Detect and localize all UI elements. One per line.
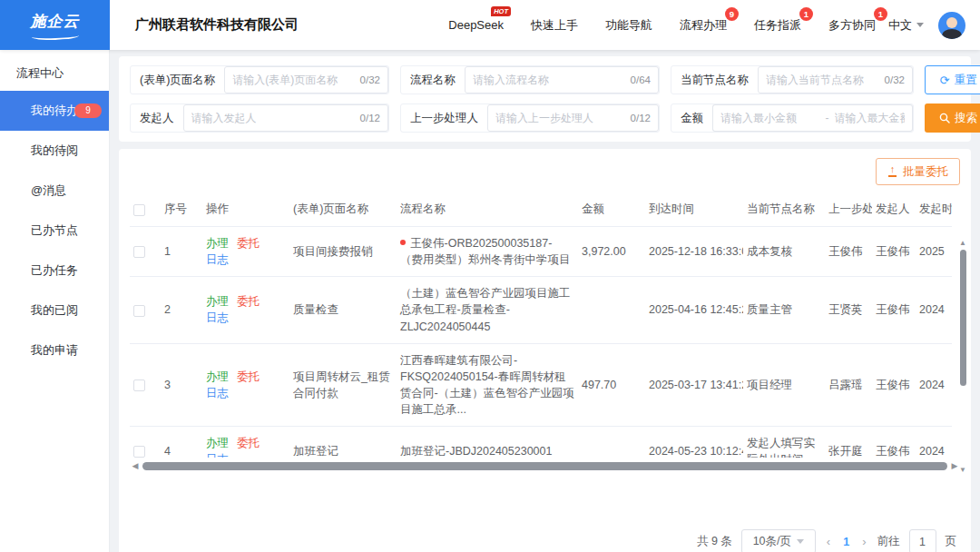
- page-name-input[interactable]: 请输入(表单)页面名称 0/32: [224, 66, 388, 94]
- row-prev-handler: 王贤英: [825, 277, 872, 343]
- flow-name-placeholder: 请输入流程名称: [473, 73, 625, 88]
- row-starter: 王俊伟: [872, 427, 916, 458]
- language-selector[interactable]: 中文: [888, 17, 924, 34]
- row-starter: 王俊伟: [872, 227, 916, 277]
- batch-delegate-button[interactable]: 批量委托: [876, 158, 960, 185]
- nav-item-multi-collab[interactable]: 多方协同1: [828, 17, 876, 34]
- column-header-0: 序号: [161, 192, 202, 227]
- sidebar-item-label: 已办任务: [31, 263, 78, 277]
- row-flow-name: 江西春晖建筑有限公司-FKSQ2024050154-春晖周转材租赁合同-（土建）…: [397, 343, 578, 427]
- notification-badge: 1: [799, 7, 813, 21]
- search-button-label: 搜索: [955, 111, 977, 126]
- node-name-input[interactable]: 请输入当前节点名称 0/32: [758, 66, 913, 94]
- column-header-7: 上一步处: [825, 192, 872, 227]
- sidebar-item-done-tasks[interactable]: 已办任务: [0, 251, 109, 291]
- pagination: 共 9 条 10条/页 ‹ 1 › 前往 1 页: [697, 529, 956, 552]
- nav-item-label: 多方协同: [828, 18, 876, 32]
- nav-item-quick-start[interactable]: 快速上手: [531, 17, 578, 34]
- row-select-cell: [130, 277, 161, 343]
- nav-item-task-assign[interactable]: 任务指派1: [754, 17, 801, 34]
- column-header-8: 发起人: [872, 192, 916, 227]
- page-size-value: 10条/页: [753, 534, 791, 549]
- amount-range-separator: -: [826, 112, 829, 124]
- row-start-time: 2024: [916, 427, 952, 458]
- row-amount: [578, 277, 645, 343]
- row-seq: 2: [161, 277, 202, 343]
- row-checkbox[interactable]: [133, 305, 145, 317]
- upload-icon: [887, 167, 897, 177]
- scroll-left-icon[interactable]: ◀: [130, 461, 141, 470]
- sidebar-item-my-read[interactable]: 我的已阅: [0, 291, 109, 330]
- row-checkbox[interactable]: [133, 246, 145, 258]
- row-arrive-time: 2024-05-23 10:12:46: [645, 427, 743, 458]
- delegate-link[interactable]: 委托: [237, 295, 260, 308]
- prev-handler-input[interactable]: 请输入上一步处理人 0/12: [487, 104, 659, 132]
- delegate-link[interactable]: 委托: [237, 437, 260, 449]
- handle-link[interactable]: 办理: [206, 370, 229, 383]
- sidebar-item-done-nodes[interactable]: 已办节点: [0, 211, 109, 251]
- row-flow-name: 加班登记-JBDJ202405230001: [397, 427, 578, 458]
- scroll-up-icon[interactable]: ▲: [958, 240, 967, 247]
- starter-input[interactable]: 请输入发起人 0/12: [183, 104, 389, 132]
- logo-swoosh-icon: [31, 32, 78, 41]
- log-link[interactable]: 日志: [206, 253, 229, 266]
- row-page-name: 加班登记: [289, 427, 397, 458]
- vertical-scroll-thumb[interactable]: [960, 250, 966, 386]
- delegate-link[interactable]: 委托: [237, 237, 260, 250]
- table-body: 1办理委托日志项目间接费报销王俊伟-ORB202500035187-（费用类型）…: [130, 227, 952, 458]
- avatar-body-icon: [942, 29, 962, 39]
- row-actions: 办理委托日志: [202, 427, 289, 458]
- row-prev-handler: 王俊伟: [825, 227, 872, 277]
- horizontal-scrollbar: ◀ ▶: [130, 459, 960, 472]
- amount-min-input[interactable]: 请输入最小金额: [712, 104, 813, 132]
- next-page-icon[interactable]: ›: [860, 535, 867, 548]
- handle-link[interactable]: 办理: [206, 437, 229, 449]
- log-link[interactable]: 日志: [206, 311, 229, 324]
- log-link[interactable]: 日志: [206, 453, 229, 458]
- flow-name-text: 王俊伟-ORB202500035187-（费用类型）郑州冬青街中学项目: [400, 237, 571, 266]
- sidebar-section-title: 流程中心: [0, 50, 109, 91]
- horizontal-scroll-thumb[interactable]: [142, 462, 947, 470]
- nav-item-deepseek[interactable]: DeepSeekHOT: [448, 18, 504, 32]
- flow-name-input[interactable]: 请输入流程名称 0/64: [465, 66, 659, 94]
- row-node-name: 成本复核: [743, 227, 825, 277]
- prev-handler-counter: 0/12: [631, 113, 651, 123]
- table-toolbar: 批量委托: [130, 158, 960, 185]
- sidebar-item-at-message[interactable]: @消息: [0, 171, 109, 211]
- current-page-number[interactable]: 1: [841, 536, 851, 548]
- amount-max-input[interactable]: - 请输入最大金额: [813, 104, 914, 132]
- row-select-cell: [130, 227, 161, 277]
- row-checkbox[interactable]: [133, 380, 145, 391]
- search-icon: [939, 113, 950, 123]
- handle-link[interactable]: 办理: [206, 237, 229, 250]
- nav-item-flow-handle[interactable]: 流程办理9: [680, 17, 727, 34]
- app-logo[interactable]: 施企云: [0, 0, 110, 50]
- filter-label-flow-name: 流程名称: [401, 66, 465, 94]
- row-arrive-time: 2025-04-16 12:45:25: [645, 277, 743, 343]
- handle-link[interactable]: 办理: [206, 295, 229, 308]
- sidebar-item-label: 我的待办: [31, 104, 78, 117]
- sidebar-item-my-applications[interactable]: 我的申请: [0, 330, 109, 370]
- filter-field-flow-name: 流程名称 请输入流程名称 0/64: [400, 65, 660, 94]
- nav-item-feature-nav[interactable]: 功能导航: [605, 17, 652, 34]
- column-header-3: 流程名称: [397, 192, 578, 227]
- sidebar-item-my-toread[interactable]: 我的待阅: [0, 131, 109, 171]
- page-size-select[interactable]: 10条/页: [741, 529, 816, 552]
- avatar-head-icon: [946, 17, 957, 28]
- page-name-placeholder: 请输入(表单)页面名称: [232, 73, 354, 88]
- scroll-down-icon[interactable]: ▼: [958, 467, 967, 474]
- vertical-scrollbar: ▲ ▼: [958, 240, 967, 474]
- user-avatar[interactable]: [938, 12, 965, 39]
- select-all-checkbox[interactable]: [133, 204, 145, 216]
- reset-button[interactable]: ⟳ 重置: [925, 65, 980, 94]
- prev-page-icon[interactable]: ‹: [825, 535, 832, 548]
- row-checkbox[interactable]: [133, 446, 145, 458]
- column-header-2: (表单)页面名称: [289, 192, 397, 227]
- sidebar-item-my-todo[interactable]: 我的待办9: [0, 91, 109, 131]
- goto-page-input[interactable]: 1: [909, 529, 936, 552]
- delegate-link[interactable]: 委托: [237, 370, 260, 383]
- filter-label-page-name: (表单)页面名称: [131, 66, 224, 94]
- filter-panel: (表单)页面名称 请输入(表单)页面名称 0/32 流程名称 请输入流程名称 0…: [119, 56, 971, 142]
- search-button[interactable]: 搜索: [925, 104, 980, 133]
- log-link[interactable]: 日志: [206, 387, 229, 399]
